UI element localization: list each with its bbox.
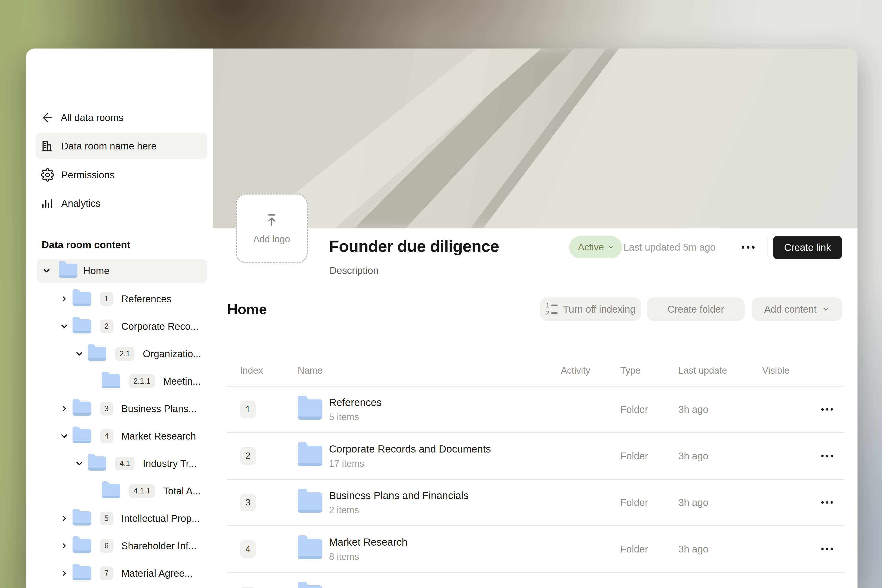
index-badge: 6 — [100, 539, 113, 553]
tree-item-material-agree[interactable]: 7Material Agree... — [26, 560, 213, 587]
tree-item-organizatio[interactable]: 2.1Organizatio... — [26, 340, 213, 368]
content-table: Index Name Activity Type Last update Vis… — [227, 355, 844, 588]
row-last-update: 3h ago — [678, 544, 762, 555]
chevron-right-icon[interactable] — [59, 403, 70, 414]
chevron-down-icon[interactable] — [41, 266, 52, 276]
back-to-all-data-rooms[interactable]: All data rooms — [40, 106, 123, 129]
add-logo-button[interactable]: Add logo — [236, 194, 308, 263]
folder-icon — [298, 492, 322, 513]
tree-item-corporate-reco[interactable]: 2Corporate Reco... — [26, 313, 213, 340]
add-content-button[interactable]: Add content — [752, 297, 842, 321]
chevron-spacer — [88, 486, 99, 496]
column-index: Index — [227, 365, 285, 376]
tree-item-references[interactable]: 1References — [26, 285, 213, 313]
main-panel: Add logo Founder due diligence Descripti… — [213, 48, 858, 588]
row-name: Market Research — [329, 536, 407, 548]
back-label: All data rooms — [61, 112, 123, 123]
tree-item-label: Meetin... — [163, 376, 201, 387]
row-type: Folder — [620, 544, 678, 555]
chevron-spacer — [88, 376, 99, 387]
tree-item-risks-and-poten[interactable]: 8Risks and Poten... — [26, 587, 213, 588]
chevron-down-icon — [608, 243, 615, 251]
sidebar-item-data-room[interactable]: Data room name here — [36, 133, 207, 159]
data-room-name-label: Data room name here — [61, 141, 156, 152]
tree-item-label: Total A... — [163, 486, 201, 496]
row-name-cell[interactable]: References5 items — [285, 397, 561, 422]
chevron-right-icon[interactable] — [59, 294, 70, 304]
column-type: Type — [620, 365, 678, 376]
chevron-right-icon[interactable] — [59, 513, 70, 524]
folder-icon — [72, 429, 91, 443]
row-more-options-button[interactable] — [807, 455, 844, 457]
tree-item-label: Material Agree... — [121, 568, 193, 579]
status-label: Active — [578, 242, 604, 253]
tree-item-label: Market Research — [121, 431, 196, 442]
column-last-update: Last update — [678, 365, 762, 376]
row-name-cell[interactable]: Intellectual Property — [285, 585, 561, 588]
table-row[interactable]: 3Business Plans and Financials2 itemsFol… — [227, 480, 844, 526]
row-index-badge: 5 — [240, 587, 256, 588]
row-index-badge: 1 — [240, 400, 256, 418]
create-folder-button[interactable]: Create folder — [647, 297, 745, 321]
tree-item-business-plans[interactable]: 3Business Plans... — [26, 395, 213, 422]
row-more-options-button[interactable] — [807, 548, 844, 550]
more-options-button[interactable] — [735, 236, 762, 258]
folder-icon — [72, 319, 91, 333]
folder-icon — [72, 539, 91, 553]
folder-icon — [59, 264, 77, 278]
tree-item-total-a[interactable]: 4.1.1Total A... — [26, 477, 213, 505]
row-name-cell[interactable]: Corporate Records and Documents17 items — [285, 443, 561, 469]
folder-icon — [88, 346, 106, 361]
turn-off-indexing-button[interactable]: 1 2 Turn off indexing — [540, 297, 641, 321]
sidebar-item-permissions[interactable]: Permissions — [40, 164, 115, 186]
row-name-cell[interactable]: Market Research8 items — [285, 536, 561, 562]
index-badge: 1 — [100, 292, 113, 306]
tree-item-meetin[interactable]: 2.1.1Meetin... — [26, 368, 213, 395]
row-item-count: 5 items — [329, 412, 382, 422]
table-row[interactable]: 2Corporate Records and Documents17 items… — [227, 433, 844, 480]
tree-item-market-research[interactable]: 4Market Research — [26, 422, 213, 450]
ellipsis-icon — [742, 246, 744, 249]
folder-icon — [88, 456, 106, 471]
tree-item-home[interactable]: Home — [37, 259, 207, 283]
chevron-right-icon[interactable] — [59, 540, 70, 551]
tree-item-shareholder-inf[interactable]: 6Shareholder Inf... — [26, 532, 213, 560]
table-row[interactable]: 1References5 itemsFolder3h ago — [227, 387, 844, 433]
row-last-update: 3h ago — [678, 497, 762, 508]
header-divider — [768, 238, 768, 256]
chevron-down-icon[interactable] — [74, 348, 85, 359]
chevron-down-icon[interactable] — [74, 458, 85, 469]
add-content-label: Add content — [764, 304, 817, 315]
chevron-right-icon[interactable] — [59, 568, 70, 579]
last-updated-text: Last updated 5m ago — [624, 236, 716, 258]
row-last-update: 3h ago — [678, 404, 762, 415]
row-name-cell[interactable]: Business Plans and Financials2 items — [285, 490, 561, 516]
sidebar-item-analytics[interactable]: Analytics — [40, 192, 100, 214]
table-header: Index Name Activity Type Last update Vis… — [227, 355, 844, 387]
ellipsis-icon — [821, 548, 824, 550]
row-more-options-button[interactable] — [807, 408, 844, 411]
folder-icon — [102, 374, 120, 388]
status-badge[interactable]: Active — [569, 236, 622, 258]
chevron-down-icon[interactable] — [59, 321, 70, 332]
table-row[interactable]: 5Intellectual Property — [227, 573, 844, 588]
gear-icon — [40, 168, 54, 182]
index-badge: 2.1.1 — [129, 374, 155, 388]
add-logo-label: Add logo — [254, 234, 290, 244]
folder-icon — [72, 292, 91, 306]
row-type: Folder — [620, 450, 678, 462]
row-item-count: 2 items — [329, 505, 469, 516]
folder-icon — [298, 399, 322, 420]
tree-item-industry-tr[interactable]: 4.1Industry Tr... — [26, 450, 213, 477]
description-field[interactable]: Description — [330, 265, 378, 276]
row-name: Corporate Records and Documents — [329, 443, 491, 455]
table-row[interactable]: 4Market Research8 itemsFolder3h ago — [227, 526, 844, 573]
create-link-button[interactable]: Create link — [773, 236, 842, 259]
tree-item-intellectual-prop[interactable]: 5Intellectual Prop... — [26, 505, 213, 532]
column-activity: Activity — [561, 365, 620, 376]
row-more-options-button[interactable] — [807, 501, 844, 504]
chevron-down-icon[interactable] — [59, 431, 70, 441]
row-type: Folder — [620, 497, 678, 508]
row-item-count: 8 items — [329, 552, 407, 562]
column-visible: Visible — [762, 365, 807, 376]
